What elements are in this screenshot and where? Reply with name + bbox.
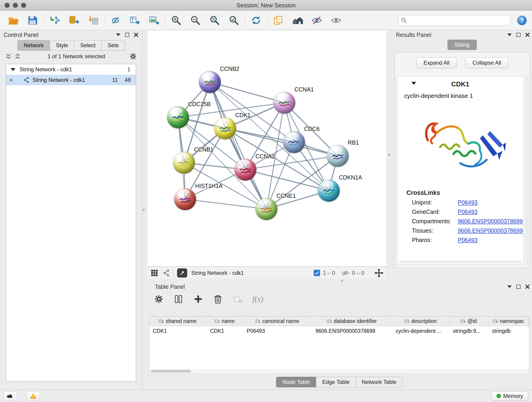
cell-database-identifier[interactable]: 9606.ENSP00000378699 xyxy=(312,326,392,336)
network-node-hist1h1a[interactable] xyxy=(174,188,196,210)
panel-float-icon[interactable] xyxy=(116,33,120,36)
search-input[interactable] xyxy=(398,15,510,26)
scrollbar-thumb[interactable] xyxy=(151,370,191,373)
gear-icon[interactable] xyxy=(129,52,137,60)
column-header[interactable]: description xyxy=(392,317,449,326)
network-node-ccnb2[interactable] xyxy=(199,71,221,93)
panel-float-icon[interactable] xyxy=(507,285,512,288)
detach-view-button[interactable] xyxy=(177,268,187,278)
network-node-cdk1[interactable] xyxy=(214,117,236,139)
collection-disclosure-icon[interactable] xyxy=(11,68,15,71)
column-header[interactable]: @id xyxy=(449,317,488,326)
network-node-ccna1[interactable] xyxy=(273,92,295,114)
panel-close-icon[interactable] xyxy=(134,32,138,37)
export-image-icon[interactable] xyxy=(148,15,159,26)
export-network-icon[interactable] xyxy=(129,15,140,26)
expand-all-icon[interactable] xyxy=(14,53,21,60)
grid-view-icon[interactable] xyxy=(150,269,158,277)
cell-namespace[interactable]: stringdb xyxy=(488,326,529,336)
panel-close-icon[interactable] xyxy=(525,284,530,289)
table-settings-gear-icon[interactable] xyxy=(154,294,164,304)
import-network-from-file-icon[interactable] xyxy=(49,15,60,26)
tab-sets[interactable]: Sets xyxy=(101,40,125,51)
network-node-ccne1[interactable] xyxy=(255,198,278,220)
section-horizontal-scrollbar[interactable] xyxy=(399,261,522,263)
network-node-ccnb1[interactable] xyxy=(173,152,195,174)
cell-shared-name[interactable]: CDK1 xyxy=(149,326,206,336)
panel-maximize-icon[interactable] xyxy=(516,33,520,37)
pan-crosshair-icon[interactable] xyxy=(374,268,384,278)
tab-network-table[interactable]: Network Table xyxy=(355,377,403,387)
show-columns-icon[interactable] xyxy=(174,294,183,304)
column-header[interactable]: database identifier xyxy=(312,317,392,326)
save-session-icon[interactable] xyxy=(27,15,38,26)
show-graphics-icon[interactable] xyxy=(331,15,342,26)
network-collection-row[interactable]: String Network - cdk1 1 xyxy=(6,64,136,75)
network-from-web-icon[interactable] xyxy=(110,15,121,26)
network-node-cdkn1a[interactable] xyxy=(318,180,340,202)
warnings-button[interactable] xyxy=(27,391,40,401)
crosslink-value[interactable]: 9606.ENSP00000378699 xyxy=(458,227,523,234)
zoom-out-icon[interactable] xyxy=(190,15,201,26)
column-header[interactable]: namespac xyxy=(488,317,529,326)
collapse-all-button[interactable]: Collapse All xyxy=(465,57,508,68)
tab-node-table[interactable]: Node Table xyxy=(276,377,316,387)
cell-id[interactable]: stringdb:9... xyxy=(449,326,488,336)
crosslink-value[interactable]: P06493 xyxy=(458,199,477,206)
node-count: 11 xyxy=(112,77,118,83)
home-icon[interactable] xyxy=(292,15,303,26)
help-icon[interactable]: ? xyxy=(516,15,527,26)
table-row[interactable]: CDK1 CDK1 P06493 9606.ENSP00000378699 cy… xyxy=(149,326,529,336)
tab-style[interactable]: Style xyxy=(50,40,74,51)
show-hide-graphics-details-icon[interactable] xyxy=(311,15,322,26)
table-horizontal-scrollbar[interactable] xyxy=(150,369,529,373)
cell-canonical-name[interactable]: P06493 xyxy=(243,326,312,336)
network-node-rb1[interactable] xyxy=(327,145,349,167)
add-column-icon[interactable] xyxy=(193,294,203,304)
zoom-in-icon[interactable] xyxy=(171,15,182,26)
zoom-selected-icon[interactable] xyxy=(228,15,239,26)
panel-float-icon[interactable] xyxy=(507,33,512,36)
network-node-label: CCNB1 xyxy=(194,146,214,153)
cloud-button[interactable] xyxy=(4,391,17,401)
column-header[interactable]: canonical name xyxy=(243,317,312,326)
column-header[interactable]: name xyxy=(206,317,243,326)
copy-icon[interactable] xyxy=(273,15,284,26)
column-header[interactable]: shared name xyxy=(149,317,206,326)
selected-nodes-checkbox[interactable] xyxy=(314,270,320,276)
panel-maximize-icon[interactable] xyxy=(516,285,520,289)
network-row[interactable]: String Network - cdk1 11 48 xyxy=(6,75,136,85)
import-table-icon[interactable] xyxy=(88,15,99,26)
network-node-ccna2[interactable] xyxy=(234,159,256,181)
hidden-eye-icon[interactable] xyxy=(341,269,349,277)
tab-edge-table[interactable]: Edge Table xyxy=(316,377,356,387)
panel-close-icon[interactable] xyxy=(525,32,530,37)
zoom-fit-icon[interactable] xyxy=(209,15,220,26)
network-node-cdc6[interactable] xyxy=(283,131,305,153)
network-view-icon[interactable] xyxy=(162,269,171,277)
expand-all-button[interactable]: Expand All xyxy=(417,57,457,68)
cell-description[interactable]: cyclin-dependent ... xyxy=(392,326,449,336)
splitter-handle[interactable] xyxy=(388,153,390,156)
network-canvas[interactable]: CCNB2CCNA1CDC25BCDK1CDC6RB1CCNB1CCNA2CDK… xyxy=(147,30,387,267)
crosslink-value[interactable]: 9606.ENSP00000378699 xyxy=(458,218,523,225)
splitter-handle[interactable] xyxy=(143,209,145,211)
import-network-from-database-icon[interactable] xyxy=(69,15,80,26)
splitter-handle[interactable] xyxy=(341,280,343,282)
collapse-all-icon[interactable] xyxy=(5,53,12,60)
network-node-cdc25b[interactable] xyxy=(167,106,189,128)
crosslink-value[interactable]: P06493 xyxy=(458,237,477,243)
memory-button[interactable]: Memory xyxy=(491,391,528,401)
delete-column-icon[interactable] xyxy=(213,294,223,304)
tab-network[interactable]: Network xyxy=(17,40,50,51)
panel-maximize-icon[interactable] xyxy=(125,33,129,37)
results-vertical-scrollbar[interactable] xyxy=(526,76,529,264)
tab-select[interactable]: Select xyxy=(74,40,102,51)
open-file-icon[interactable] xyxy=(8,15,19,26)
function-builder-icon[interactable]: f(x) xyxy=(253,295,263,303)
gene-disclosure-icon[interactable] xyxy=(412,82,416,85)
cell-name[interactable]: CDK1 xyxy=(206,326,243,336)
refresh-layout-icon[interactable] xyxy=(251,15,262,26)
tab-string[interactable]: String xyxy=(447,40,476,50)
crosslink-value[interactable]: P06493 xyxy=(458,209,477,215)
